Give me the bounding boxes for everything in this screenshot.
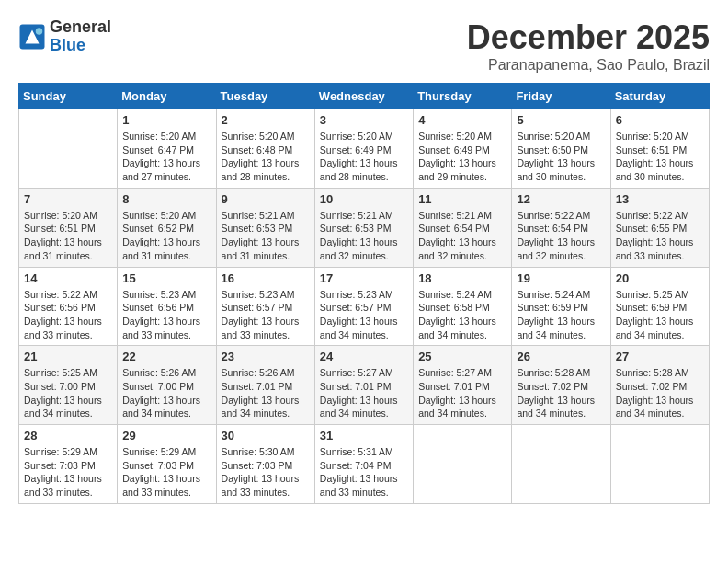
day-detail: Sunrise: 5:20 AM Sunset: 6:52 PM Dayligh…	[122, 209, 210, 263]
calendar-cell: 28Sunrise: 5:29 AM Sunset: 7:03 PM Dayli…	[19, 425, 118, 504]
day-number: 13	[616, 192, 704, 206]
logo-text: General Blue	[50, 18, 111, 55]
calendar-cell: 9Sunrise: 5:21 AM Sunset: 6:53 PM Daylig…	[216, 188, 314, 267]
day-header-friday: Friday	[512, 84, 610, 109]
calendar-cell: 14Sunrise: 5:22 AM Sunset: 6:56 PM Dayli…	[19, 267, 118, 346]
day-header-saturday: Saturday	[610, 84, 709, 109]
day-detail: Sunrise: 5:24 AM Sunset: 6:58 PM Dayligh…	[418, 288, 506, 342]
calendar-cell: 31Sunrise: 5:31 AM Sunset: 7:04 PM Dayli…	[314, 425, 413, 504]
day-detail: Sunrise: 5:26 AM Sunset: 7:00 PM Dayligh…	[122, 366, 210, 420]
day-number: 12	[517, 192, 605, 206]
day-number: 15	[122, 271, 210, 285]
day-number: 5	[517, 113, 605, 127]
calendar-cell	[512, 425, 610, 504]
day-number: 9	[222, 192, 310, 206]
day-detail: Sunrise: 5:22 AM Sunset: 6:56 PM Dayligh…	[24, 288, 112, 342]
calendar-cell: 10Sunrise: 5:21 AM Sunset: 6:53 PM Dayli…	[314, 188, 413, 267]
day-header-thursday: Thursday	[414, 84, 512, 109]
day-number: 8	[122, 192, 210, 206]
day-detail: Sunrise: 5:30 AM Sunset: 7:03 PM Dayligh…	[222, 445, 310, 500]
calendar-week-row: 21Sunrise: 5:25 AM Sunset: 7:00 PM Dayli…	[19, 346, 710, 425]
calendar-cell: 22Sunrise: 5:26 AM Sunset: 7:00 PM Dayli…	[118, 346, 216, 425]
day-detail: Sunrise: 5:21 AM Sunset: 6:53 PM Dayligh…	[320, 209, 408, 263]
day-number: 16	[222, 271, 310, 285]
day-detail: Sunrise: 5:24 AM Sunset: 6:59 PM Dayligh…	[517, 288, 605, 342]
calendar-week-row: 7Sunrise: 5:20 AM Sunset: 6:51 PM Daylig…	[19, 188, 710, 267]
day-detail: Sunrise: 5:20 AM Sunset: 6:50 PM Dayligh…	[517, 130, 605, 184]
day-number: 22	[122, 350, 210, 363]
calendar-cell: 8Sunrise: 5:20 AM Sunset: 6:52 PM Daylig…	[118, 188, 216, 267]
day-detail: Sunrise: 5:21 AM Sunset: 6:54 PM Dayligh…	[418, 209, 506, 263]
calendar-week-row: 28Sunrise: 5:29 AM Sunset: 7:03 PM Dayli…	[19, 425, 710, 504]
day-detail: Sunrise: 5:20 AM Sunset: 6:48 PM Dayligh…	[222, 130, 310, 184]
calendar-cell: 7Sunrise: 5:20 AM Sunset: 6:51 PM Daylig…	[19, 188, 118, 267]
day-detail: Sunrise: 5:29 AM Sunset: 7:03 PM Dayligh…	[122, 445, 210, 500]
day-number: 14	[24, 271, 112, 285]
calendar-cell: 29Sunrise: 5:29 AM Sunset: 7:03 PM Dayli…	[118, 425, 216, 504]
calendar-cell: 17Sunrise: 5:23 AM Sunset: 6:57 PM Dayli…	[314, 267, 413, 346]
day-detail: Sunrise: 5:22 AM Sunset: 6:54 PM Dayligh…	[517, 209, 605, 263]
day-detail: Sunrise: 5:23 AM Sunset: 6:57 PM Dayligh…	[222, 288, 310, 342]
day-number: 24	[320, 350, 408, 363]
day-number: 6	[616, 113, 704, 127]
calendar-cell: 25Sunrise: 5:27 AM Sunset: 7:01 PM Dayli…	[414, 346, 512, 425]
day-header-monday: Monday	[118, 84, 216, 109]
day-number: 2	[222, 113, 310, 127]
calendar-header-row: SundayMondayTuesdayWednesdayThursdayFrid…	[19, 84, 710, 109]
day-detail: Sunrise: 5:20 AM Sunset: 6:51 PM Dayligh…	[616, 130, 704, 184]
calendar-cell: 3Sunrise: 5:20 AM Sunset: 6:49 PM Daylig…	[314, 109, 413, 189]
day-detail: Sunrise: 5:28 AM Sunset: 7:02 PM Dayligh…	[616, 366, 704, 420]
day-number: 1	[122, 113, 210, 127]
calendar-cell: 18Sunrise: 5:24 AM Sunset: 6:58 PM Dayli…	[414, 267, 512, 346]
day-detail: Sunrise: 5:20 AM Sunset: 6:51 PM Dayligh…	[24, 209, 112, 263]
day-header-sunday: Sunday	[19, 84, 118, 109]
day-number: 20	[616, 271, 704, 285]
day-number: 25	[418, 350, 506, 363]
calendar-cell: 6Sunrise: 5:20 AM Sunset: 6:51 PM Daylig…	[610, 109, 709, 189]
day-detail: Sunrise: 5:27 AM Sunset: 7:01 PM Dayligh…	[320, 366, 408, 420]
calendar-cell: 12Sunrise: 5:22 AM Sunset: 6:54 PM Dayli…	[512, 188, 610, 267]
calendar-cell: 2Sunrise: 5:20 AM Sunset: 6:48 PM Daylig…	[216, 109, 314, 189]
day-detail: Sunrise: 5:23 AM Sunset: 6:57 PM Dayligh…	[320, 288, 408, 342]
logo: General Blue	[18, 18, 111, 55]
calendar-cell: 13Sunrise: 5:22 AM Sunset: 6:55 PM Dayli…	[610, 188, 709, 267]
day-detail: Sunrise: 5:27 AM Sunset: 7:01 PM Dayligh…	[418, 366, 506, 420]
calendar-cell: 16Sunrise: 5:23 AM Sunset: 6:57 PM Dayli…	[216, 267, 314, 346]
day-number: 21	[24, 350, 112, 363]
calendar-week-row: 14Sunrise: 5:22 AM Sunset: 6:56 PM Dayli…	[19, 267, 710, 346]
calendar-cell	[610, 425, 709, 504]
day-detail: Sunrise: 5:25 AM Sunset: 6:59 PM Dayligh…	[616, 288, 704, 342]
day-detail: Sunrise: 5:31 AM Sunset: 7:04 PM Dayligh…	[320, 445, 408, 500]
day-detail: Sunrise: 5:20 AM Sunset: 6:47 PM Dayligh…	[122, 130, 210, 184]
day-detail: Sunrise: 5:21 AM Sunset: 6:53 PM Dayligh…	[222, 209, 310, 263]
day-number: 18	[418, 271, 506, 285]
calendar-cell: 26Sunrise: 5:28 AM Sunset: 7:02 PM Dayli…	[512, 346, 610, 425]
calendar-cell: 11Sunrise: 5:21 AM Sunset: 6:54 PM Dayli…	[414, 188, 512, 267]
day-detail: Sunrise: 5:20 AM Sunset: 6:49 PM Dayligh…	[418, 130, 506, 184]
day-number: 10	[320, 192, 408, 206]
calendar-cell: 1Sunrise: 5:20 AM Sunset: 6:47 PM Daylig…	[118, 109, 216, 189]
day-header-wednesday: Wednesday	[314, 84, 413, 109]
logo-general-text: General	[50, 18, 111, 37]
day-number: 23	[222, 350, 310, 363]
calendar-cell: 23Sunrise: 5:26 AM Sunset: 7:01 PM Dayli…	[216, 346, 314, 425]
calendar-cell: 21Sunrise: 5:25 AM Sunset: 7:00 PM Dayli…	[19, 346, 118, 425]
calendar-cell: 15Sunrise: 5:23 AM Sunset: 6:56 PM Dayli…	[118, 267, 216, 346]
calendar-week-row: 1Sunrise: 5:20 AM Sunset: 6:47 PM Daylig…	[19, 109, 710, 189]
day-number: 29	[122, 429, 210, 442]
logo-icon	[18, 23, 46, 51]
day-detail: Sunrise: 5:28 AM Sunset: 7:02 PM Dayligh…	[517, 366, 605, 420]
day-detail: Sunrise: 5:26 AM Sunset: 7:01 PM Dayligh…	[222, 366, 310, 420]
day-number: 27	[616, 350, 704, 363]
day-number: 11	[418, 192, 506, 206]
day-detail: Sunrise: 5:23 AM Sunset: 6:56 PM Dayligh…	[122, 288, 210, 342]
month-title: December 2025	[467, 18, 710, 57]
day-header-tuesday: Tuesday	[216, 84, 314, 109]
calendar-cell: 4Sunrise: 5:20 AM Sunset: 6:49 PM Daylig…	[414, 109, 512, 189]
calendar-cell	[19, 109, 118, 189]
calendar-cell: 19Sunrise: 5:24 AM Sunset: 6:59 PM Dayli…	[512, 267, 610, 346]
location-text: Paranapanema, Sao Paulo, Brazil	[467, 57, 710, 74]
calendar-cell: 27Sunrise: 5:28 AM Sunset: 7:02 PM Dayli…	[610, 346, 709, 425]
day-number: 19	[517, 271, 605, 285]
day-detail: Sunrise: 5:29 AM Sunset: 7:03 PM Dayligh…	[24, 445, 112, 500]
